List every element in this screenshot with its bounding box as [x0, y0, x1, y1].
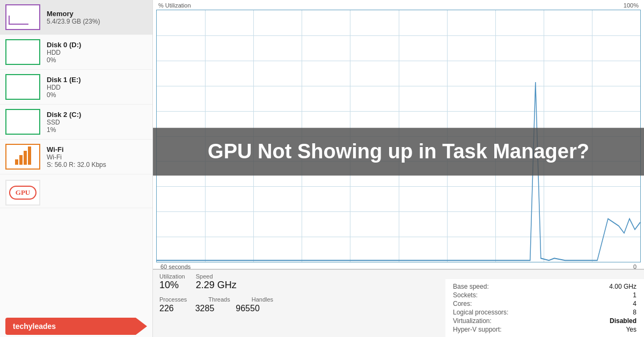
wifi-name: Wi-Fi	[47, 145, 106, 153]
main-panel: % Utilization 100%	[153, 0, 644, 337]
cores-value: 4	[633, 300, 636, 307]
sidebar-item-disk2[interactable]: Disk 2 (C:) SSD 1%	[0, 105, 152, 140]
y-axis-max: 100%	[624, 2, 639, 9]
base-speed-value: 4.00 GHz	[609, 283, 636, 290]
wifi-val: S: 56.0 R: 32.0 Kbps	[47, 161, 106, 169]
sidebar-item-disk1[interactable]: Disk 1 (E:) HDD 0%	[0, 70, 152, 105]
info-row-cores: Cores: 4	[453, 299, 636, 308]
wifi-bar-4	[28, 146, 31, 165]
sidebar-item-memory[interactable]: Memory 5.4/23.9 GB (23%)	[0, 0, 152, 35]
brand-banner: techyleades	[5, 318, 147, 335]
sidebar-item-gpu[interactable]: GPU	[0, 174, 152, 208]
hyperv-label: Hyper-V support:	[453, 326, 523, 333]
y-axis-label: % Utilization	[158, 2, 191, 9]
sidebar-item-disk0[interactable]: Disk 0 (D:) HDD 0%	[0, 35, 152, 70]
disk0-name: Disk 0 (D:)	[47, 41, 81, 49]
chart-time-start: 60 seconds	[160, 263, 191, 270]
memory-info: Memory 5.4/23.9 GB (23%)	[47, 10, 100, 25]
wifi-bars-icon	[13, 147, 33, 166]
wifi-bar-3	[24, 151, 27, 165]
processes-value: 226	[159, 304, 174, 313]
disk1-name: Disk 1 (E:)	[47, 76, 81, 84]
utilization-label: Utilization	[159, 273, 185, 280]
info-row-hyperv: Hyper-V support: Yes	[453, 325, 636, 334]
gpu-thumbnail: GPU	[5, 180, 40, 206]
disk2-sub: SSD	[47, 119, 81, 126]
brand-label: techyleades	[13, 322, 56, 331]
wifi-bar-1	[15, 159, 18, 165]
disk1-sub: HDD	[47, 84, 81, 91]
pth-labels: Processes Threads Handles	[159, 296, 273, 303]
virt-label: Virtualization:	[453, 317, 523, 325]
virt-value: Disabled	[610, 317, 636, 325]
processes-label: Processes	[159, 296, 187, 303]
disk2-name: Disk 2 (C:)	[47, 111, 81, 119]
handles-value: 96550	[236, 304, 260, 313]
disk2-info: Disk 2 (C:) SSD 1%	[47, 111, 81, 134]
disk2-val: 1%	[47, 126, 81, 134]
disk1-thumbnail	[5, 74, 40, 100]
stat-utilization: Utilization 10%	[159, 273, 185, 291]
info-row-basespeed: Base speed: 4.00 GHz	[453, 282, 636, 291]
disk1-info: Disk 1 (E:) HDD 0%	[47, 76, 81, 99]
handles-label: Handles	[252, 296, 273, 303]
threads-label: Threads	[208, 296, 230, 303]
memory-sub: 5.4/23.9 GB (23%)	[47, 18, 100, 25]
info-row-sockets: Sockets: 1	[453, 291, 636, 299]
wifi-info: Wi-Fi Wi-Fi S: 56.0 R: 32.0 Kbps	[47, 145, 106, 169]
wifi-sub: Wi-Fi	[47, 153, 106, 161]
hyperv-value: Yes	[626, 326, 636, 333]
cpu-info-panel: Base speed: 4.00 GHz Sockets: 1 Cores: 4…	[445, 279, 644, 337]
speed-label: Speed	[196, 273, 237, 280]
brand-area: techyleades	[0, 310, 152, 337]
memory-name: Memory	[47, 10, 100, 18]
bottom-row: Processes Threads Handles 226 3285 96550…	[153, 294, 644, 337]
disk1-val: 0%	[47, 91, 81, 99]
sockets-value: 1	[633, 291, 636, 299]
wifi-bar-2	[19, 155, 23, 165]
base-speed-label: Base speed:	[453, 283, 523, 290]
chart-bottom-labels: 60 seconds 0	[156, 262, 641, 271]
overlay-title-text: GPU Not Showing up in Task Manager?	[208, 140, 589, 163]
logical-label: Logical processors:	[453, 309, 523, 316]
info-row-virt: Virtualization: Disabled	[453, 317, 636, 325]
speed-value: 2.29 GHz	[196, 280, 237, 291]
overlay-title: GPU Not Showing up in Task Manager?	[153, 128, 644, 176]
disk0-thumbnail	[5, 39, 40, 65]
disk0-sub: HDD	[47, 49, 81, 56]
sidebar-item-wifi[interactable]: Wi-Fi Wi-Fi S: 56.0 R: 32.0 Kbps	[0, 140, 152, 174]
threads-value: 3285	[195, 304, 215, 313]
disk0-val: 0%	[47, 56, 81, 64]
pth-group: Processes Threads Handles 226 3285 96550	[159, 296, 273, 334]
chart-time-end: 0	[633, 263, 636, 270]
sockets-label: Sockets:	[453, 291, 523, 299]
utilization-value: 10%	[159, 280, 185, 291]
memory-thumbnail	[5, 4, 40, 30]
wifi-thumbnail	[5, 144, 40, 170]
info-row-logical: Logical processors: 8	[453, 308, 636, 317]
gpu-oval-label: GPU	[9, 186, 36, 200]
cores-label: Cores:	[453, 300, 523, 307]
pth-values: 226 3285 96550	[159, 304, 273, 313]
sidebar: Memory 5.4/23.9 GB (23%) Disk 0 (D:) HDD…	[0, 0, 153, 337]
disk2-thumbnail	[5, 109, 40, 135]
logical-value: 8	[633, 309, 636, 316]
disk0-info: Disk 0 (D:) HDD 0%	[47, 41, 81, 64]
stat-speed: Speed 2.29 GHz	[196, 273, 237, 291]
chart-label-top: % Utilization 100%	[156, 2, 641, 9]
